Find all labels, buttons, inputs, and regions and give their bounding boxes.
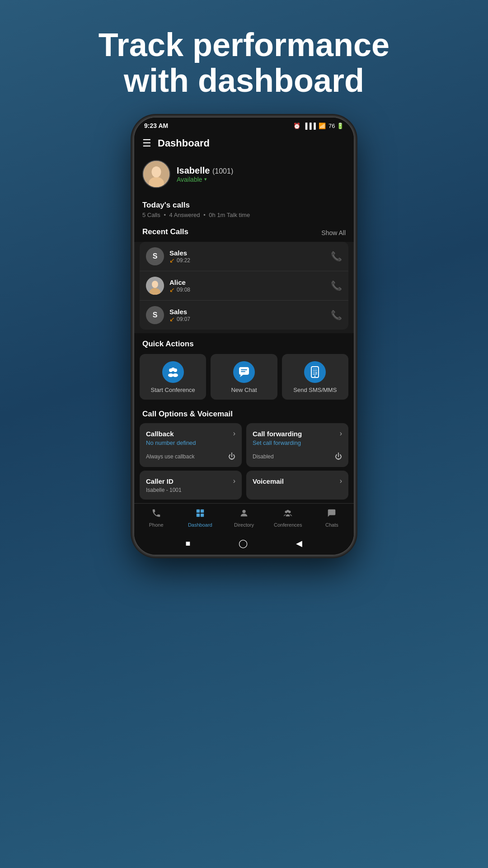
send-sms-button[interactable]: Send SMS/MMS [282, 354, 348, 400]
callback-chevron-icon: › [233, 429, 235, 438]
call-button-1[interactable]: 📞 [331, 251, 342, 262]
call-name-2: Alice [169, 278, 325, 286]
sms-icon [304, 361, 326, 383]
missed-call-icon-3: ↙ [169, 316, 175, 323]
call-options-title: Call Options & Voicemail [140, 410, 348, 419]
directory-nav-label: Directory [234, 522, 254, 528]
callback-header: Callback › [146, 429, 235, 438]
table-row: S Sales ↙ 09:22 📞 [140, 242, 348, 271]
profile-section: Isabelle (1001) Available ▾ [134, 156, 354, 195]
call-forwarding-header: Call forwarding › [253, 429, 342, 438]
call-avatar-2 [146, 277, 164, 295]
headline: Track performance with dashboard [0, 0, 488, 117]
phone-nav-label: Phone [149, 522, 164, 528]
call-button-2[interactable]: 📞 [331, 280, 342, 291]
callback-footer: Always use callback ⏻ [146, 453, 235, 461]
svg-rect-15 [241, 371, 245, 372]
svg-point-3 [152, 167, 161, 178]
show-all-button[interactable]: Show All [321, 229, 346, 236]
status-icons: ⏰ ▐▐▐ 📶 76 🔋 [293, 123, 344, 129]
svg-rect-19 [312, 369, 318, 370]
nav-item-chats[interactable]: Chats [310, 508, 354, 528]
chat-icon [233, 361, 255, 383]
call-info-2: Alice ↙ 09:08 [169, 278, 325, 293]
start-conference-button[interactable]: Start Conference [140, 354, 206, 400]
menu-icon[interactable]: ☰ [142, 137, 151, 149]
voicemail-chevron-icon: › [340, 477, 342, 485]
todays-calls-section: Today's calls 5 Calls • 4 Answered • 0h … [134, 195, 354, 222]
page-title: Dashboard [158, 137, 210, 149]
android-square-button[interactable]: ■ [186, 539, 191, 548]
caller-id-subtitle: Isabelle - 1001 [146, 487, 235, 493]
nav-item-conferences[interactable]: Conferences [266, 508, 310, 528]
profile-info: Isabelle (1001) Available ▾ [177, 165, 233, 183]
quick-actions-title: Quick Actions [140, 340, 348, 349]
android-back-button[interactable]: ◀ [296, 538, 302, 548]
status-time: 9:23 AM [144, 122, 168, 129]
directory-nav-icon [239, 508, 249, 521]
bottom-nav: Phone Dashboard Directory [134, 503, 354, 534]
svg-point-18 [314, 376, 316, 377]
call-name-3: Sales [169, 308, 325, 316]
battery-icon: 76 🔋 [328, 123, 344, 129]
signal-icon: ▐▐▐ [303, 123, 316, 129]
call-forwarding-footer-text: Disabled [253, 453, 274, 460]
profile-status[interactable]: Available ▾ [177, 176, 233, 183]
svg-rect-22 [197, 509, 200, 513]
conferences-nav-icon [283, 508, 293, 521]
phone-screen: 9:23 AM ⏰ ▐▐▐ 📶 76 🔋 ☰ Dashboard [134, 118, 354, 555]
call-forwarding-footer: Disabled ⏻ [253, 453, 342, 461]
send-sms-label: Send SMS/MMS [293, 387, 337, 393]
call-button-3[interactable]: 📞 [331, 310, 342, 321]
start-conference-label: Start Conference [151, 387, 195, 393]
svg-marker-13 [240, 375, 243, 377]
svg-rect-25 [201, 514, 204, 517]
recent-calls-header: Recent Calls Show All [134, 222, 354, 242]
svg-rect-23 [201, 509, 204, 513]
call-forwarding-power-icon[interactable]: ⏻ [335, 453, 342, 461]
callback-title: Callback [146, 430, 174, 438]
nav-item-directory[interactable]: Directory [222, 508, 266, 528]
quick-actions-section: Quick Actions Start Confere [134, 333, 354, 403]
svg-point-29 [286, 510, 289, 513]
headline-line1: Track performance [99, 27, 389, 63]
quick-actions-buttons: Start Conference New Chat [140, 354, 348, 400]
svg-rect-24 [197, 514, 200, 517]
missed-call-icon-1: ↙ [169, 257, 175, 264]
side-button [354, 181, 355, 212]
android-home-button[interactable]: ◯ [239, 538, 248, 548]
call-options-grid: Callback › No number defined Always use … [140, 423, 348, 467]
dashboard-nav-label: Dashboard [188, 522, 212, 528]
phone-frame: 9:23 AM ⏰ ▐▐▐ 📶 76 🔋 ☰ Dashboard [133, 117, 355, 556]
caller-id-voicemail-row: Caller ID › Isabelle - 1001 Voicemail › [134, 471, 354, 503]
call-avatar-3: S [146, 306, 164, 324]
call-time-1: ↙ 09:22 [169, 257, 325, 264]
phone-mockup: 9:23 AM ⏰ ▐▐▐ 📶 76 🔋 ☰ Dashboard [133, 117, 355, 556]
table-row: Alice ↙ 09:08 📞 [140, 271, 348, 301]
callback-subtitle: No number defined [146, 439, 235, 446]
voicemail-title: Voicemail [253, 477, 284, 485]
call-info-3: Sales ↙ 09:07 [169, 308, 325, 323]
android-nav-bar: ■ ◯ ◀ [134, 534, 354, 555]
nav-item-phone[interactable]: Phone [134, 508, 178, 528]
call-time-2: ↙ 09:08 [169, 286, 325, 293]
voicemail-card[interactable]: Voicemail › [246, 471, 348, 500]
table-row: S Sales ↙ 09:07 📞 [140, 301, 348, 330]
call-forwarding-title: Call forwarding [253, 430, 302, 438]
svg-rect-21 [312, 373, 316, 373]
new-chat-button[interactable]: New Chat [211, 354, 277, 400]
callback-power-icon[interactable]: ⏻ [228, 453, 235, 461]
svg-point-26 [242, 510, 245, 513]
chats-nav-label: Chats [325, 522, 338, 528]
nav-item-dashboard[interactable]: Dashboard [178, 508, 222, 528]
caller-id-card[interactable]: Caller ID › Isabelle - 1001 [140, 471, 242, 500]
missed-call-icon-2: ↙ [169, 286, 175, 293]
svg-rect-20 [312, 371, 318, 372]
callback-footer-text: Always use callback [146, 453, 194, 460]
phone-nav-icon [151, 508, 161, 521]
call-forwarding-card[interactable]: Call forwarding › Set call forwarding Di… [246, 423, 348, 467]
call-forwarding-chevron-icon: › [340, 429, 342, 438]
svg-point-11 [173, 373, 178, 377]
callback-card[interactable]: Callback › No number defined Always use … [140, 423, 242, 467]
caller-id-chevron-icon: › [233, 477, 235, 485]
